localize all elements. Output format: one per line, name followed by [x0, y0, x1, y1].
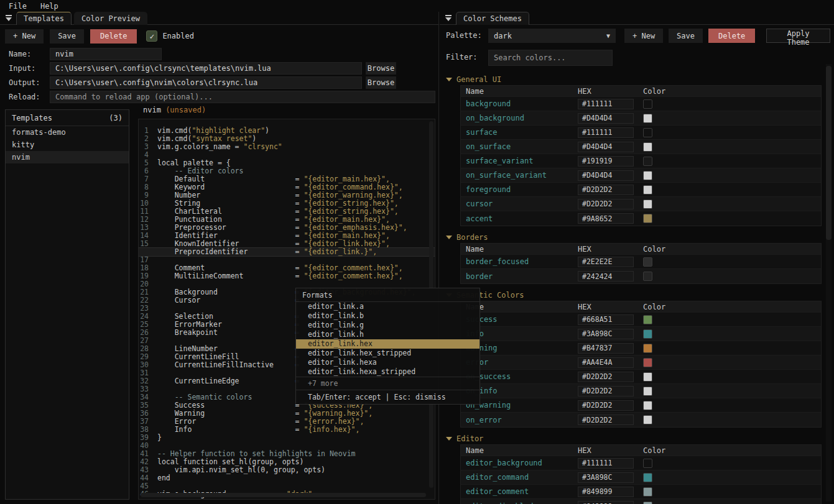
palette-scrollbar[interactable] — [826, 64, 832, 502]
hex-value-input[interactable]: #D2D2D2 — [578, 400, 634, 411]
hex-value-input[interactable]: #D2D2D2 — [578, 386, 634, 396]
hex-value-input[interactable]: #D4D4D4 — [578, 113, 634, 124]
color-filter-input[interactable] — [488, 50, 613, 66]
code-line[interactable]: PreprocIdentifier = "{editor_link.}", — [139, 248, 435, 256]
color-name[interactable]: cursor — [461, 199, 573, 208]
save-palette-button[interactable]: Save — [669, 29, 703, 43]
collapse-panel-icon[interactable] — [5, 15, 12, 22]
color-name[interactable]: surface_variant — [461, 157, 573, 165]
new-template-button[interactable]: + New — [5, 29, 44, 44]
color-name[interactable]: foreground — [461, 185, 573, 194]
hex-value-input[interactable]: #AA4E4A — [578, 357, 634, 368]
color-swatch[interactable] — [643, 171, 652, 180]
color-swatch[interactable] — [643, 401, 652, 410]
enabled-checkbox[interactable]: ✓ — [146, 30, 157, 42]
name-input[interactable] — [50, 48, 162, 60]
input-browse-button[interactable]: Browse — [366, 62, 396, 75]
color-swatch[interactable] — [643, 344, 652, 353]
color-name[interactable]: editor_background — [461, 459, 573, 467]
reload-command-input[interactable] — [50, 91, 435, 103]
hex-value-input[interactable]: #D4D4D4 — [578, 142, 634, 152]
color-swatch[interactable] — [643, 99, 652, 109]
save-template-button[interactable]: Save — [50, 29, 84, 44]
delete-palette-button[interactable]: Delete — [708, 29, 755, 43]
hex-value-input[interactable]: #242424 — [578, 271, 634, 282]
output-browse-button[interactable]: Browse — [366, 76, 396, 89]
code-line[interactable]: 3vim.g.colors_name = "clrsync" — [139, 143, 435, 151]
hex-value-input[interactable]: #D2D2D2 — [578, 415, 634, 425]
hex-value-input[interactable]: #3A898C — [578, 472, 634, 483]
popup-item-editor_link.hex[interactable]: editor_link.hex — [296, 339, 480, 349]
section-header[interactable]: General UI — [446, 74, 822, 85]
color-swatch[interactable] — [643, 387, 652, 396]
color-name[interactable]: editor_disabled — [461, 502, 573, 504]
color-swatch[interactable] — [643, 185, 652, 195]
new-palette-button[interactable]: + New — [624, 29, 663, 43]
hex-value-input[interactable]: #849899 — [578, 487, 634, 497]
color-swatch[interactable] — [643, 473, 652, 482]
input-path-input[interactable] — [50, 62, 362, 75]
color-name[interactable]: background — [461, 99, 573, 108]
editor-horizontal-scrollbar[interactable] — [141, 493, 426, 497]
popup-item-editor_link.g[interactable]: editor_link.g — [296, 321, 480, 330]
hex-value-input[interactable]: #9A8652 — [578, 213, 634, 224]
hex-value-input[interactable]: #B47837 — [578, 343, 634, 354]
hex-value-input[interactable]: #3A898C — [578, 329, 634, 339]
menu-item-help[interactable]: Help — [40, 2, 58, 11]
apply-theme-button[interactable]: Apply Theme — [766, 29, 830, 43]
color-name[interactable]: surface — [461, 128, 573, 137]
color-name[interactable]: on_error — [461, 416, 573, 424]
hex-value-input[interactable]: #111111 — [578, 458, 634, 469]
color-swatch[interactable] — [643, 257, 652, 267]
hex-value-input[interactable]: #668A51 — [578, 314, 634, 325]
hex-value-input[interactable]: #D2D2D2 — [578, 199, 634, 209]
menu-item-file[interactable]: File — [9, 2, 27, 11]
code-line[interactable]: 44end — [139, 474, 435, 482]
color-name[interactable]: accent — [461, 214, 573, 223]
code-line[interactable]: 43 vim.api.nvim_set_hl(0, group, opts) — [139, 466, 435, 474]
color-swatch[interactable] — [643, 315, 652, 324]
hex-value-input[interactable]: #D2D2D2 — [578, 372, 634, 382]
hex-value-input[interactable]: #849899 — [578, 501, 634, 504]
tab-color-preview[interactable]: Color Preview — [74, 12, 147, 25]
color-swatch[interactable] — [643, 487, 652, 497]
popup-item-editor_link.hexa_stripped[interactable]: editor_link.hexa_stripped — [296, 367, 480, 377]
section-header[interactable]: Borders — [446, 232, 822, 243]
collapse-panel-icon[interactable] — [445, 15, 452, 22]
popup-item-editor_link.a[interactable]: editor_link.a — [296, 302, 480, 311]
popup-item-editor_link.hex_stripped[interactable]: editor_link.hex_stripped — [296, 349, 480, 358]
color-swatch[interactable] — [643, 502, 652, 504]
color-name[interactable]: editor_command — [461, 473, 573, 482]
color-swatch[interactable] — [643, 329, 652, 339]
code-line[interactable]: 19 MultiLineComment = "{editor_comment.h… — [139, 272, 435, 280]
hex-value-input[interactable]: #191919 — [578, 156, 634, 167]
color-swatch[interactable] — [643, 114, 652, 123]
color-swatch[interactable] — [643, 214, 652, 223]
output-path-input[interactable] — [50, 76, 362, 89]
color-name[interactable]: on_surface — [461, 142, 573, 151]
template-item-nvim[interactable]: nvim — [6, 151, 129, 163]
color-swatch[interactable] — [643, 358, 652, 367]
color-swatch[interactable] — [643, 142, 652, 152]
hex-value-input[interactable]: #D2D2D2 — [578, 185, 634, 195]
tab-color-schemes[interactable]: Color Schemes — [456, 12, 529, 25]
color-swatch[interactable] — [643, 415, 652, 424]
popup-item-editor_link.h[interactable]: editor_link.h — [296, 330, 480, 339]
template-item-kitty[interactable]: kitty — [6, 139, 129, 151]
code-line[interactable]: 38 Info = "{info.hex}", — [139, 426, 435, 434]
color-swatch[interactable] — [643, 372, 652, 382]
color-name[interactable]: border — [461, 272, 573, 281]
color-swatch[interactable] — [643, 272, 652, 281]
color-swatch[interactable] — [643, 459, 652, 468]
hex-value-input[interactable]: #111111 — [578, 127, 634, 138]
hex-value-input[interactable]: #2E2E2E — [578, 257, 634, 267]
color-name[interactable]: on_background — [461, 114, 573, 122]
tab-templates[interactable]: Templates — [16, 12, 72, 25]
color-swatch[interactable] — [643, 128, 652, 137]
popup-item-editor_link.hexa[interactable]: editor_link.hexa — [296, 358, 480, 367]
color-name[interactable]: border_focused — [461, 257, 573, 266]
delete-template-button[interactable]: Delete — [90, 29, 137, 44]
color-swatch[interactable] — [643, 157, 652, 166]
popup-more-indicator[interactable]: +7 more — [296, 377, 480, 390]
template-item-formats-demo[interactable]: formats-demo — [6, 126, 129, 139]
